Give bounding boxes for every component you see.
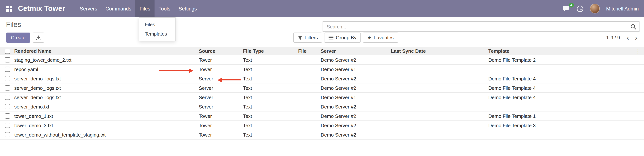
table-body: staging_tower_demo_2.txt Tower Text Demo… bbox=[0, 55, 644, 140]
activities-button[interactable] bbox=[576, 5, 584, 12]
menu-item-servers[interactable]: Servers bbox=[76, 0, 101, 17]
main-menu: Servers Commands Files Tools Settings bbox=[76, 0, 201, 17]
table-row[interactable]: server_demo.txt Server Text Demo Server … bbox=[0, 102, 644, 111]
row-checkbox-cell bbox=[0, 130, 14, 139]
table-row[interactable]: server_demo_logs.txt Server Text Demo Se… bbox=[0, 83, 644, 93]
cell-rendered-name: server_demo_logs.txt bbox=[14, 76, 199, 81]
action-buttons: Create bbox=[6, 33, 44, 43]
menu-item-commands[interactable]: Commands bbox=[101, 0, 136, 17]
navbar-right-section: 4 Mitchell Admin bbox=[562, 4, 639, 13]
row-checkbox-cell bbox=[0, 55, 14, 64]
menu-item-tools[interactable]: Tools bbox=[154, 0, 174, 17]
column-header-file[interactable]: File bbox=[298, 48, 321, 54]
pager-range: 1-9 / 9 bbox=[606, 35, 620, 40]
cell-server: Demo Server #2 bbox=[321, 132, 391, 138]
apps-grid-icon[interactable] bbox=[4, 4, 14, 13]
top-navbar: Cetmix Tower Servers Commands Files Tool… bbox=[0, 0, 644, 17]
menu-item-files[interactable]: Files bbox=[136, 0, 154, 17]
cell-source: Tower bbox=[199, 132, 243, 138]
cell-server: Demo Server #2 bbox=[321, 76, 391, 81]
star-icon: ★ bbox=[368, 35, 372, 40]
table-row[interactable]: repos.yaml Tower Text Demo Server #1 bbox=[0, 65, 644, 74]
row-checkbox-cell bbox=[0, 65, 14, 74]
row-checkbox[interactable] bbox=[5, 57, 10, 63]
cell-file-type: Text bbox=[243, 132, 298, 138]
search-input[interactable] bbox=[323, 24, 627, 29]
cell-template: Demo File Template 4 bbox=[488, 94, 644, 100]
cell-server: Demo Server #2 bbox=[321, 123, 391, 128]
group-by-icon bbox=[329, 36, 334, 40]
cell-file-type: Text bbox=[243, 104, 298, 109]
row-checkbox[interactable] bbox=[5, 113, 10, 119]
table-row[interactable]: staging_tower_demo_2.txt Tower Text Demo… bbox=[0, 55, 644, 65]
table-row[interactable]: server_demo_logs.txt Server Text Demo Se… bbox=[0, 74, 644, 83]
messages-badge: 4 bbox=[569, 3, 574, 7]
menu-item-settings[interactable]: Settings bbox=[174, 0, 201, 17]
row-checkbox[interactable] bbox=[5, 132, 10, 137]
filter-bar: Filters Group By ★ Favorites bbox=[293, 33, 398, 43]
pager-previous-button[interactable]: ‹ bbox=[624, 33, 632, 42]
cell-file-type: Text bbox=[243, 57, 298, 63]
cell-rendered-name: tower_demo_1.txt bbox=[14, 113, 199, 119]
cell-source: Server bbox=[199, 85, 243, 91]
cell-server: Demo Server #2 bbox=[321, 85, 391, 91]
optional-columns-icon[interactable]: ⋮ bbox=[634, 47, 642, 55]
clock-icon bbox=[576, 5, 584, 12]
row-checkbox[interactable] bbox=[5, 76, 10, 81]
cell-server: Demo Server #2 bbox=[321, 104, 391, 109]
cell-file-type: Text bbox=[243, 66, 298, 72]
pager-next-button[interactable]: › bbox=[632, 33, 640, 42]
cell-source: Server bbox=[199, 94, 243, 100]
row-checkbox-cell bbox=[0, 121, 14, 130]
row-checkbox[interactable] bbox=[5, 104, 10, 109]
table-row[interactable]: tower_demo_1.txt Tower Text Demo Server … bbox=[0, 111, 644, 121]
row-checkbox-cell bbox=[0, 93, 14, 102]
cell-source: Tower bbox=[199, 123, 243, 128]
cell-file-type: Text bbox=[243, 85, 298, 91]
table-row[interactable]: server_demo_logs.txt Server Text Demo Se… bbox=[0, 93, 644, 102]
annotation-arrow-source-server bbox=[221, 79, 241, 80]
pager: 1-9 / 9 ‹ › bbox=[606, 33, 640, 43]
cell-rendered-name: server_demo.txt bbox=[14, 104, 199, 109]
user-avatar[interactable] bbox=[590, 4, 600, 13]
row-checkbox[interactable] bbox=[5, 85, 10, 90]
app-window: Cetmix Tower Servers Commands Files Tool… bbox=[0, 0, 644, 156]
row-checkbox-cell bbox=[0, 74, 14, 83]
row-checkbox[interactable] bbox=[5, 123, 10, 128]
user-name[interactable]: Mitchell Admin bbox=[606, 6, 639, 11]
search-icon[interactable] bbox=[627, 22, 639, 31]
column-header-rendered-name[interactable]: Rendered Name bbox=[14, 48, 199, 54]
cell-server: Demo Server #1 bbox=[321, 94, 391, 100]
export-button[interactable] bbox=[33, 33, 44, 43]
cell-rendered-name: server_demo_logs.txt bbox=[14, 94, 199, 100]
select-all-checkbox[interactable] bbox=[5, 48, 10, 54]
cell-source: Tower bbox=[199, 57, 243, 63]
dropdown-item-templates[interactable]: Templates bbox=[139, 29, 175, 39]
files-dropdown-menu: Files Templates bbox=[139, 17, 176, 41]
cell-file-type: Text bbox=[243, 76, 298, 81]
column-header-last-sync-date[interactable]: Last Sync Date bbox=[391, 48, 488, 54]
filters-label: Filters bbox=[304, 35, 318, 40]
cell-server: Demo Server #1 bbox=[321, 66, 391, 72]
cell-file-type: Text bbox=[243, 94, 298, 100]
favorites-button[interactable]: ★ Favorites bbox=[363, 33, 398, 43]
column-header-file-type[interactable]: File Type bbox=[243, 48, 298, 54]
cell-template: Demo File Template 4 bbox=[488, 76, 644, 81]
row-checkbox[interactable] bbox=[5, 95, 10, 100]
table-row[interactable]: tower_demo_without_template_staging.txt … bbox=[0, 130, 644, 140]
create-button[interactable]: Create bbox=[6, 33, 30, 43]
filters-button[interactable]: Filters bbox=[293, 33, 322, 43]
column-header-server[interactable]: Server bbox=[321, 48, 391, 54]
row-checkbox[interactable] bbox=[5, 67, 10, 72]
group-by-button[interactable]: Group By bbox=[324, 33, 361, 43]
row-checkbox-cell bbox=[0, 111, 14, 120]
column-header-source[interactable]: Source bbox=[199, 48, 243, 54]
files-list-view: Rendered Name Source File Type File Serv… bbox=[0, 47, 644, 140]
table-row[interactable]: tower_demo_3.txt Tower Text Demo Server … bbox=[0, 121, 644, 130]
app-brand[interactable]: Cetmix Tower bbox=[18, 4, 65, 13]
messages-button[interactable]: 4 bbox=[562, 5, 570, 12]
column-header-template[interactable]: Template bbox=[488, 48, 644, 54]
dropdown-item-files[interactable]: Files bbox=[139, 20, 175, 29]
cell-template: Demo File Template 4 bbox=[488, 85, 644, 91]
page-title: Files bbox=[6, 21, 21, 29]
